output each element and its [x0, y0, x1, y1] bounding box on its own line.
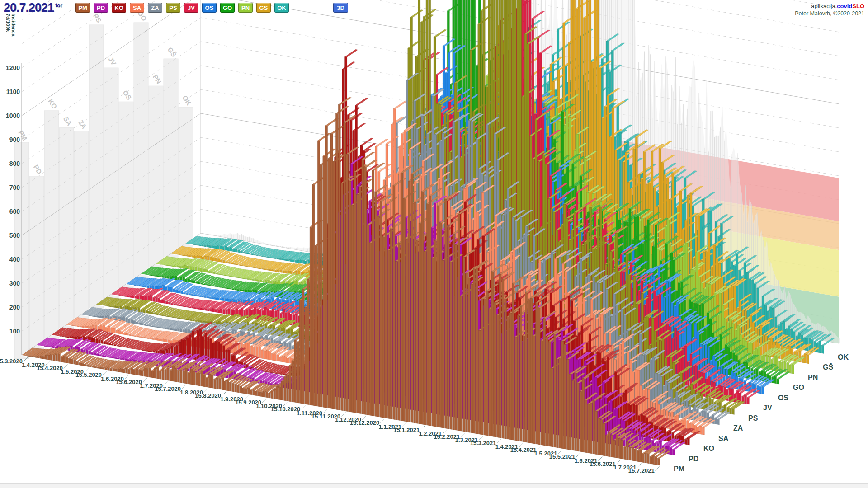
wall-column-PN: [149, 86, 163, 267]
x-tick: 15.6.2021: [590, 460, 616, 467]
weekday-label: tor: [55, 2, 62, 9]
legend-button-KO[interactable]: KO: [112, 3, 126, 13]
legend-button-PN[interactable]: PN: [238, 3, 253, 13]
date-value: 20.7.2021: [4, 1, 54, 14]
wall-column-label-SA: SA: [62, 115, 74, 127]
region-label-SA: SA: [718, 435, 729, 442]
legend-button-JV[interactable]: JV: [184, 3, 198, 13]
brand-covid: covid: [837, 3, 852, 9]
selected-date: 20.7.2021tor: [4, 1, 62, 15]
region-label-PM: PM: [674, 465, 684, 473]
x-tick: 15.3.2021: [470, 440, 496, 446]
wall-column-label-ZA: ZA: [77, 118, 88, 130]
y-title-line1: 7d/100k: [5, 14, 11, 32]
legend-button-PM[interactable]: PM: [75, 3, 90, 13]
legend-button-OK[interactable]: OK: [274, 3, 289, 13]
wall-column-label-GŠ: GŠ: [166, 46, 178, 58]
y-tick-300: 300: [9, 280, 20, 287]
y-tick-400: 400: [9, 256, 20, 263]
x-tick: 15.7.2020: [155, 385, 181, 392]
region-label-PN: PN: [808, 374, 818, 381]
wall-column-PD: [29, 176, 44, 349]
region-label-ZA: ZA: [733, 424, 743, 432]
legend-button-GO[interactable]: GO: [220, 3, 235, 13]
wall-column-OS: [119, 102, 133, 287]
y-tick-200: 200: [9, 304, 20, 311]
region-label-JV: JV: [763, 404, 772, 412]
y-tick-900: 900: [9, 136, 20, 143]
brand-slo: SLO: [852, 3, 864, 9]
region-label-GO: GO: [793, 384, 804, 391]
legend-button-GŠ[interactable]: GŠ: [256, 3, 271, 13]
x-tick: 15.4.2020: [37, 365, 63, 371]
x-tick: 15.6.2020: [116, 379, 142, 385]
author-line: Peter Malovrh, ©2020-2021: [795, 10, 864, 18]
wall-column-KO: [44, 111, 59, 338]
legend-button-OS[interactable]: OS: [202, 3, 217, 13]
chart-canvas[interactable]: PMPDKOSAZAPSJVOSGOPNGŠOK1002003004005006…: [0, 0, 868, 488]
legend-button-ZA[interactable]: ZA: [148, 3, 162, 13]
x-tick: 15.3.2020: [0, 358, 23, 365]
y-tick-1100: 1100: [6, 88, 20, 95]
wall-column-label-PN: PN: [151, 73, 163, 85]
y-tick-100: 100: [9, 328, 20, 335]
x-tick: 15.12.2020: [350, 419, 379, 426]
app-credits: aplikacija covidSLO Peter Malovrh, ©2020…: [795, 2, 864, 18]
legend-button-PS[interactable]: PS: [166, 3, 180, 13]
y-title-line2: Incidenca: [11, 14, 16, 37]
app-label: aplikacija: [811, 3, 835, 9]
region-label-KO: KO: [703, 445, 714, 452]
legend-button-PD[interactable]: PD: [94, 3, 108, 13]
wall-column-OK: [179, 107, 193, 247]
wall-column-GO: [134, 23, 148, 277]
wall-column-GŠ: [164, 59, 178, 257]
wall-column-ZA: [74, 131, 89, 318]
wall-column-label-PD: PD: [32, 163, 44, 175]
region-label-PS: PS: [748, 414, 758, 422]
region-label-OK: OK: [838, 353, 849, 361]
wall-column-SA: [59, 128, 74, 328]
wall-column-label-JV: JV: [107, 56, 118, 67]
wall-column-label-KO: KO: [47, 98, 59, 110]
horizontal-scrollbar-track[interactable]: [0, 483, 868, 488]
ridge-3d-chart[interactable]: PMPDKOSAZAPSJVOSGOPNGŠOK1002003004005006…: [0, 0, 868, 488]
wall-column-PS: [89, 25, 104, 308]
y-axis-title: 7d/100kIncidenca: [5, 14, 16, 37]
x-tick: 15.5.2021: [549, 453, 576, 460]
x-tick: 15.4.2021: [510, 446, 537, 453]
y-tick-700: 700: [9, 184, 20, 191]
y-tick-800: 800: [9, 160, 20, 167]
region-label-PD: PD: [689, 455, 698, 463]
wall-column-label-OS: OS: [122, 89, 133, 101]
wall-column-label-PS: PS: [92, 12, 103, 24]
region-legend: PMPDKOSAZAPSJVOSGOPNGŠOK: [75, 3, 292, 13]
mode-3d-button[interactable]: 3D: [333, 3, 348, 13]
region-label-OS: OS: [778, 394, 788, 402]
y-tick-500: 500: [9, 232, 20, 239]
y-tick-1000: 1000: [6, 112, 20, 119]
x-tick: 15.5.2020: [75, 371, 102, 378]
x-tick: 15.8.2020: [195, 392, 221, 399]
y-tick-1200: 1200: [6, 64, 20, 71]
region-label-GŠ: GŠ: [823, 363, 833, 371]
x-tick: 15.1.2021: [393, 427, 420, 433]
y-tick-600: 600: [9, 208, 20, 215]
legend-button-SA[interactable]: SA: [130, 3, 144, 13]
x-tick: 15.10.2020: [271, 406, 300, 413]
x-tick: 15.7.2021: [628, 467, 655, 474]
